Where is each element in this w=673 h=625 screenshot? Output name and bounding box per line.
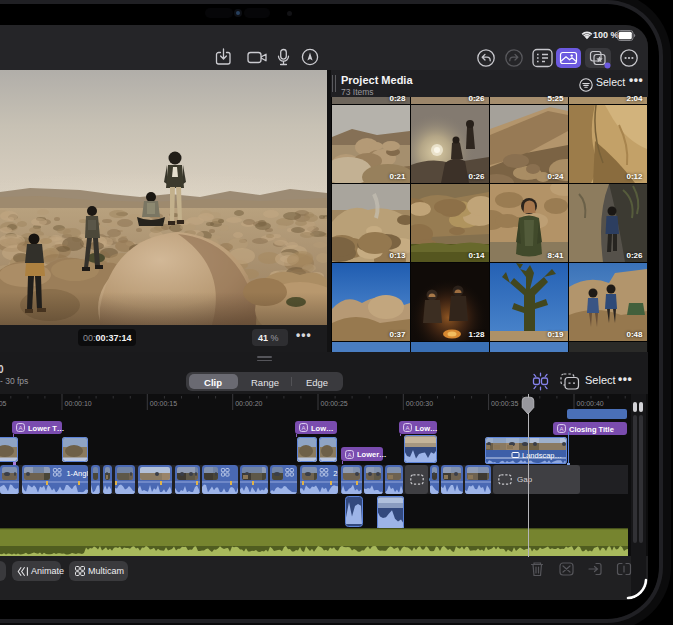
svg-text:00:00:05: 00:00:05: [0, 400, 7, 407]
svg-text:1-Angl…: 1-Angl…: [66, 469, 88, 478]
svg-text:2…: 2…: [333, 469, 338, 478]
svg-text:A: A: [18, 425, 22, 431]
svg-text:00:00:25: 00:00:25: [321, 400, 348, 407]
svg-text:00:00:15: 00:00:15: [150, 400, 177, 407]
svg-text:A: A: [405, 425, 409, 431]
svg-text:A: A: [347, 451, 351, 457]
svg-text:00:00:35: 00:00:35: [491, 400, 518, 407]
svg-text:A: A: [559, 426, 563, 432]
svg-text:00:00:20: 00:00:20: [235, 400, 262, 407]
svg-text:00:00:40: 00:00:40: [577, 400, 604, 407]
svg-text:00:00:30: 00:00:30: [406, 400, 433, 407]
svg-text:00:00:10: 00:00:10: [65, 400, 92, 407]
svg-text:A: A: [301, 425, 305, 431]
